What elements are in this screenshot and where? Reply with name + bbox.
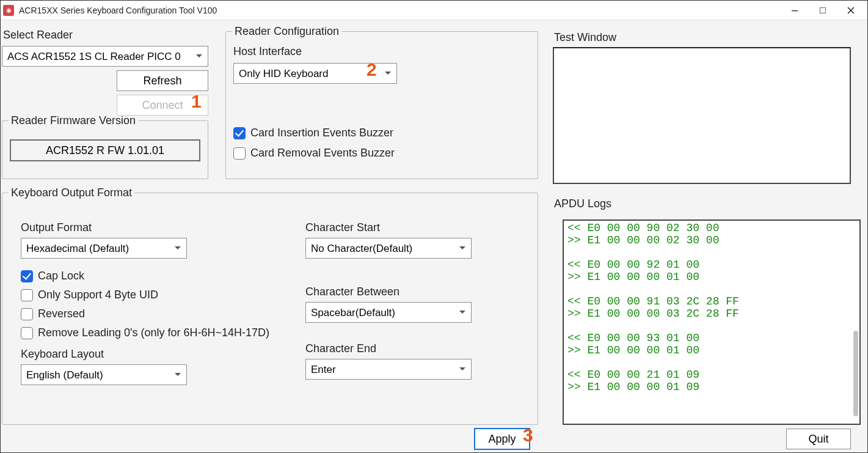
reversed-checkbox[interactable]: [21, 308, 33, 320]
reader-config-legend: Reader Configuration: [232, 25, 341, 38]
titlebar: ◉ ACR15XX Series Keyboard Configuration …: [1, 1, 867, 20]
apdu-logs-content: << E0 00 00 90 02 30 00 >> E1 00 00 00 0…: [564, 221, 859, 394]
svg-rect-1: [820, 7, 826, 13]
keyboard-layout-dropdown[interactable]: English (Default): [21, 364, 187, 385]
firmware-value: ACR1552 R FW 1.01.01: [10, 139, 200, 161]
cap-lock-checkbox[interactable]: [21, 270, 33, 282]
remove-leading-checkbox[interactable]: [21, 327, 33, 339]
svg-rect-0: [792, 10, 798, 11]
char-between-label: Character Between: [305, 285, 501, 298]
output-format-dropdown[interactable]: Hexadecimal (Default): [21, 238, 187, 259]
card-removal-checkbox[interactable]: [233, 147, 246, 160]
card-insertion-checkbox[interactable]: [233, 127, 246, 139]
annotation-2: 2: [367, 59, 377, 80]
char-end-label: Character End: [305, 342, 501, 355]
only-4byte-checkbox[interactable]: [21, 289, 33, 301]
char-between-dropdown[interactable]: Spacebar(Default): [305, 302, 472, 323]
char-start-dropdown[interactable]: No Character(Default): [305, 238, 472, 259]
reversed-label: Reversed: [38, 308, 85, 320]
card-removal-label: Card Removal Events Buzzer: [250, 147, 395, 160]
output-format-label: Output Format: [21, 221, 277, 234]
window-title: ACR15XX Series Keyboard Configuration To…: [19, 6, 781, 15]
apdu-logs-label: APDU Logs: [554, 197, 611, 210]
char-start-label: Character Start: [305, 221, 501, 234]
maximize-button[interactable]: [809, 1, 837, 20]
char-end-dropdown[interactable]: Enter: [305, 359, 472, 380]
scrollbar-thumb[interactable]: [853, 331, 858, 416]
close-button[interactable]: [837, 1, 865, 20]
remove-leading-label: Remove Leading 0's (only for 6H-6H~14H-1…: [38, 326, 269, 339]
card-insertion-label: Card Insertion Events Buzzer: [250, 127, 393, 139]
test-window-textarea[interactable]: [553, 47, 851, 184]
annotation-3: 3: [523, 425, 533, 446]
quit-button[interactable]: Quit: [786, 429, 851, 449]
only-4byte-label: Only Support 4 Byte UID: [38, 289, 158, 301]
app-icon: ◉: [3, 5, 14, 16]
apdu-logs-box[interactable]: << E0 00 00 90 02 30 00 >> E1 00 00 00 0…: [563, 219, 861, 425]
select-reader-label: Select Reader: [3, 29, 73, 42]
keyboard-layout-label: Keyboard Layout: [21, 348, 277, 361]
host-interface-label: Host Interface: [233, 45, 530, 58]
apply-button[interactable]: Apply: [475, 429, 530, 449]
annotation-1: 1: [191, 91, 202, 112]
firmware-legend: Reader Firmware Version: [9, 114, 138, 127]
test-window-label: Test Window: [554, 31, 616, 44]
minimize-button[interactable]: [781, 1, 809, 20]
cap-lock-label: Cap Lock: [38, 270, 84, 282]
kof-legend: Keyboard Output Format: [9, 186, 134, 199]
select-reader-dropdown[interactable]: ACS ACR1552 1S CL Reader PICC 0: [2, 46, 208, 67]
refresh-button[interactable]: Refresh: [117, 70, 208, 91]
